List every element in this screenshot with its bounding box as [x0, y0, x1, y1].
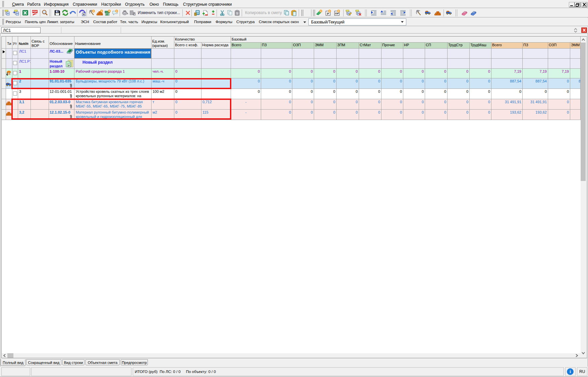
svg-text:P: P [68, 64, 70, 67]
svg-text:PDF: PDF [33, 10, 38, 13]
svg-text:P: P [327, 12, 329, 15]
